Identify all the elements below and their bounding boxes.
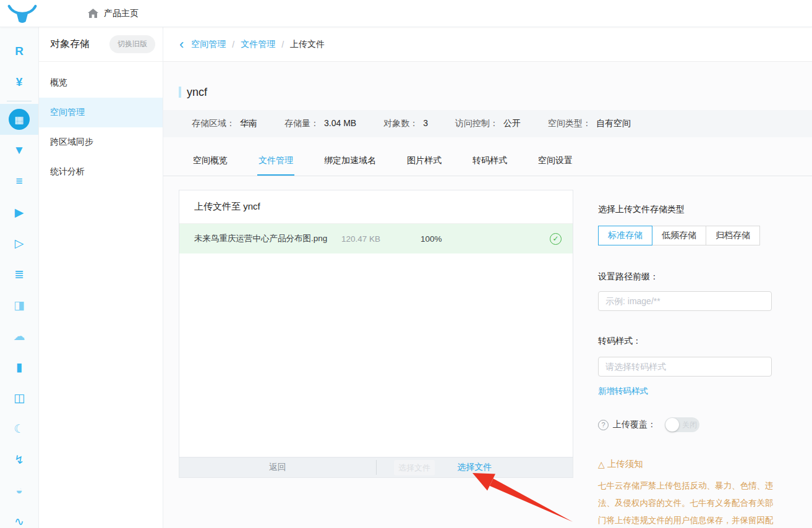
server-config-icon[interactable]: ≡	[0, 166, 38, 197]
cdn-icon[interactable]: ▼	[0, 135, 38, 166]
product-r-glyph: R	[15, 45, 24, 58]
database-icon[interactable]: ◫	[0, 382, 38, 413]
media-processing-glyph: ▷	[15, 236, 24, 250]
server-config-glyph: ≡	[15, 174, 22, 188]
lightning-glyph: ↯	[14, 453, 24, 467]
standard-storage-button[interactable]: 标准存储	[598, 226, 652, 245]
video-doc-glyph: ◨	[14, 298, 25, 312]
page-title: yncf	[187, 86, 207, 99]
breadcrumb-space-management[interactable]: 空间管理	[191, 39, 226, 50]
info-object-count-label: 对象数：	[383, 118, 418, 129]
toggle-state-label: 关闭	[682, 417, 697, 432]
upload-drop-area[interactable]	[179, 253, 573, 457]
product-icon-rail: R ¥ ▦ ▼ ≡ ▶ ▷ ≣ ◨ ☁ ▮ ◫ ☾ ↯ ◒ ∿	[0, 27, 39, 528]
info-object-count-value: 3	[423, 118, 428, 129]
switch-old-version-button[interactable]: 切换旧版	[109, 35, 155, 53]
back-chevron-icon[interactable]: ‹	[179, 38, 184, 51]
info-access-label: 访问控制：	[455, 118, 498, 129]
storage-type-label: 选择上传文件存储类型	[598, 204, 775, 215]
archive-storage-button[interactable]: 归档存储	[706, 226, 760, 245]
path-prefix-input[interactable]	[598, 291, 772, 311]
info-region-label: 存储区域：	[192, 118, 235, 129]
book-icon[interactable]: ▮	[0, 351, 38, 382]
product-home-link[interactable]: 产品主页	[88, 8, 139, 19]
info-object-count: 对象数： 3	[383, 118, 428, 129]
sidebar-menu: 概览 空间管理 跨区域同步 统计分析	[39, 62, 163, 187]
info-access-value: 公开	[503, 118, 521, 129]
object-storage-glyph: ▦	[9, 109, 30, 130]
infrequent-storage-button[interactable]: 低频存储	[652, 226, 706, 245]
object-storage-icon[interactable]: ▦	[0, 104, 38, 135]
lightning-icon[interactable]: ↯	[0, 444, 38, 475]
transcode-style-label: 转码样式：	[598, 336, 775, 347]
info-space-type-label: 空间类型：	[548, 118, 591, 129]
finance-icon[interactable]: ¥	[0, 67, 38, 98]
breadcrumb-current: 上传文件	[290, 39, 325, 50]
main-area: ‹ 空间管理 / 文件管理 / 上传文件 yncf 存储区域： 华南 存储量： …	[163, 27, 812, 528]
upload-overwrite-toggle[interactable]: 关闭	[665, 417, 699, 432]
sidebar-item-space-management[interactable]: 空间管理	[39, 98, 163, 127]
sidebar-item-cross-region-sync[interactable]: 跨区域同步	[39, 127, 163, 157]
tab-space-overview[interactable]: 空间概览	[192, 147, 229, 176]
tab-file-management[interactable]: 文件管理	[257, 147, 294, 176]
cloud-icon[interactable]: ☁	[0, 320, 38, 351]
moon-icon[interactable]: ☾	[0, 413, 38, 444]
upload-panel: 上传文件至 yncf 未来鸟重庆运营中心产品分布图.png 120.47 KB …	[179, 190, 573, 478]
cable-glyph: ∿	[14, 514, 24, 528]
tab-bind-domain[interactable]: 绑定加速域名	[323, 147, 377, 176]
video-doc-icon[interactable]: ◨	[0, 289, 38, 320]
media-processing-icon[interactable]: ▷	[0, 228, 38, 258]
info-space-type: 空间类型： 自有空间	[548, 118, 631, 129]
bull-logo-svg	[6, 1, 38, 26]
product-r-icon[interactable]: R	[0, 36, 38, 67]
upload-panel-footer: 返回 选择文件 选择文件	[179, 457, 573, 477]
live-tv-icon[interactable]: ▶	[0, 197, 38, 228]
breadcrumb-separator: /	[281, 40, 284, 49]
equalizer-glyph: ≣	[14, 267, 24, 281]
equalizer-icon[interactable]: ≣	[0, 258, 38, 289]
cdn-glyph: ▼	[14, 143, 25, 157]
upload-notice-title-row: △ 上传须知	[598, 458, 775, 470]
top-bar: 产品主页	[0, 0, 812, 27]
info-region-value: 华南	[240, 118, 257, 129]
object-storage-sidebar: 对象存储 切换旧版 概览 空间管理 跨区域同步 统计分析	[39, 27, 163, 528]
info-region: 存储区域： 华南	[192, 118, 257, 129]
uploaded-file-row[interactable]: 未来鸟重庆运营中心产品分布图.png 120.47 KB 100% ✓	[179, 224, 573, 253]
info-space-type-value: 自有空间	[596, 118, 631, 129]
cable-icon[interactable]: ∿	[0, 506, 38, 528]
info-storage-label: 存储量：	[284, 118, 319, 129]
help-icon[interactable]: ?	[598, 420, 609, 430]
live-tv-glyph: ▶	[15, 205, 24, 219]
toggle-knob	[665, 418, 679, 432]
breadcrumb: ‹ 空间管理 / 文件管理 / 上传文件	[163, 27, 812, 62]
tab-transcode-style[interactable]: 转码样式	[471, 147, 508, 176]
upload-overwrite-label: 上传覆盖：	[613, 419, 656, 430]
sphere-icon[interactable]: ◒	[0, 475, 38, 506]
add-transcode-style-link[interactable]: 新增转码样式	[598, 386, 648, 397]
tab-space-settings[interactable]: 空间设置	[537, 147, 574, 176]
upload-overwrite-row: ? 上传覆盖： 关闭	[598, 417, 775, 432]
back-button[interactable]: 返回	[179, 458, 376, 477]
file-name: 未来鸟重庆运营中心产品分布图.png	[194, 233, 341, 244]
finance-glyph: ¥	[16, 75, 23, 89]
path-prefix-label: 设置路径前缀：	[598, 271, 775, 283]
qiniu-logo-icon[interactable]	[6, 1, 38, 26]
tab-image-style[interactable]: 图片样式	[406, 147, 443, 176]
product-home-label: 产品主页	[104, 8, 139, 19]
breadcrumb-separator: /	[232, 40, 234, 49]
file-progress: 100%	[421, 234, 550, 244]
sidebar-item-overview[interactable]: 概览	[39, 68, 163, 98]
info-access-control: 访问控制： 公开	[455, 118, 521, 129]
transcode-style-input[interactable]	[598, 357, 772, 377]
qiniu-console: 产品主页 R ¥ ▦ ▼ ≡ ▶ ▷ ≣ ◨ ☁ ▮ ◫ ☾ ↯ ◒ ∿ 对象存…	[0, 0, 812, 528]
book-glyph: ▮	[16, 360, 22, 374]
upload-options-panel: 选择上传文件存储类型 标准存储 低频存储 归档存储 设置路径前缀： 转码样式： …	[598, 204, 775, 528]
breadcrumb-file-management[interactable]: 文件管理	[241, 39, 275, 50]
upload-notice-title: 上传须知	[607, 458, 643, 470]
native-file-input-ghost[interactable]: 选择文件	[394, 460, 435, 475]
sidebar-item-statistics[interactable]: 统计分析	[39, 157, 163, 187]
title-accent-bar	[179, 87, 181, 98]
page-title-row: yncf	[179, 84, 812, 100]
warning-icon: △	[598, 459, 605, 469]
moon-glyph: ☾	[14, 422, 24, 436]
